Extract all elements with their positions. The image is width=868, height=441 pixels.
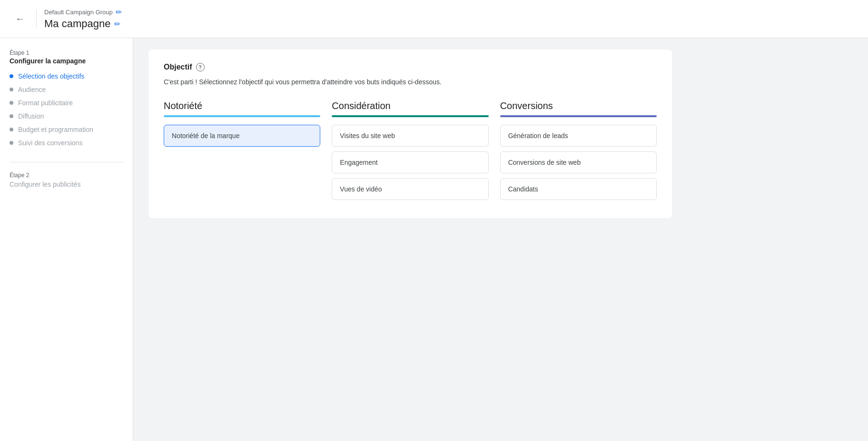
sidebar: Étape 1 Configurer la campagne Sélection… xyxy=(0,38,133,441)
obj-option-2-0[interactable]: Génération de leads xyxy=(500,125,657,147)
sidebar-divider xyxy=(10,162,123,162)
sidebar-nav-item-0[interactable]: Sélection des objectifs xyxy=(10,72,123,80)
obj-option-1-0[interactable]: Visites du site web xyxy=(332,125,488,147)
objectives-grid: NotoriétéNotoriété de la marqueConsidéra… xyxy=(164,100,657,205)
step1-title: Configurer la campagne xyxy=(10,57,123,65)
campaign-group-row: Default Campaign Group ✏ xyxy=(44,8,122,17)
edit-group-icon[interactable]: ✏ xyxy=(116,8,122,17)
nav-dot xyxy=(10,114,13,118)
sidebar-nav-item-5[interactable]: Suivi des conversions xyxy=(10,139,123,147)
nav-item-label: Diffusion xyxy=(18,112,44,120)
obj-column-1: ConsidérationVisites du site webEngageme… xyxy=(332,100,488,205)
back-button[interactable]: ← xyxy=(11,11,29,26)
obj-column-0: NotoriétéNotoriété de la marque xyxy=(164,100,320,205)
obj-option-2-1[interactable]: Conversions de site web xyxy=(500,151,657,173)
campaign-name-label: Ma campagne xyxy=(44,18,110,30)
step1-label: Étape 1 xyxy=(10,50,123,56)
nav-item-label: Format publicitaire xyxy=(18,99,73,107)
nav-dot xyxy=(10,88,13,91)
section-title-text: Objectif xyxy=(164,63,192,71)
nav-item-label: Sélection des objectifs xyxy=(18,72,84,80)
obj-option-1-1[interactable]: Engagement xyxy=(332,151,488,173)
section-title-row: Objectif ? xyxy=(164,63,657,71)
nav-dot xyxy=(10,101,13,105)
nav-item-label: Audience xyxy=(18,86,46,93)
obj-option-2-2[interactable]: Candidats xyxy=(500,178,657,200)
page-header: ← Default Campaign Group ✏ Ma campagne ✏ xyxy=(0,0,868,38)
section-desc: C'est parti ! Sélectionnez l'objectif qu… xyxy=(164,77,497,87)
main-layout: Étape 1 Configurer la campagne Sélection… xyxy=(0,38,868,441)
nav-item-label: Budget et programmation xyxy=(18,126,93,133)
sidebar-nav-item-2[interactable]: Format publicitaire xyxy=(10,99,123,107)
edit-name-icon[interactable]: ✏ xyxy=(114,20,120,29)
campaign-name-row: Ma campagne ✏ xyxy=(44,18,122,30)
step2-title: Configurer les publicités xyxy=(10,180,123,188)
obj-option-0-0[interactable]: Notoriété de la marque xyxy=(164,125,320,147)
obj-col-title-2: Conversions xyxy=(500,100,657,111)
nav-dot xyxy=(10,74,13,78)
nav-dot xyxy=(10,128,13,131)
obj-col-title-0: Notoriété xyxy=(164,100,320,111)
content-area: Objectif ? C'est parti ! Sélectionnez l'… xyxy=(133,38,868,441)
objective-card: Objectif ? C'est parti ! Sélectionnez l'… xyxy=(148,50,672,218)
sidebar-nav-item-4[interactable]: Budget et programmation xyxy=(10,126,123,133)
campaign-group-label: Default Campaign Group xyxy=(44,9,113,16)
step2-label: Étape 2 xyxy=(10,172,123,179)
obj-col-title-1: Considération xyxy=(332,100,488,111)
obj-col-bar-0 xyxy=(164,115,320,117)
obj-column-2: ConversionsGénération de leadsConversion… xyxy=(500,100,657,205)
nav-dot xyxy=(10,141,13,145)
obj-option-1-2[interactable]: Vues de vidéo xyxy=(332,178,488,200)
sidebar-nav-item-3[interactable]: Diffusion xyxy=(10,112,123,120)
header-divider xyxy=(36,10,37,29)
nav-item-label: Suivi des conversions xyxy=(18,139,82,147)
obj-col-bar-2 xyxy=(500,115,657,117)
nav-list: Sélection des objectifsAudienceFormat pu… xyxy=(10,72,123,147)
sidebar-nav-item-1[interactable]: Audience xyxy=(10,86,123,93)
help-icon[interactable]: ? xyxy=(196,63,205,71)
header-titles: Default Campaign Group ✏ Ma campagne ✏ xyxy=(44,8,122,30)
obj-col-bar-1 xyxy=(332,115,488,117)
